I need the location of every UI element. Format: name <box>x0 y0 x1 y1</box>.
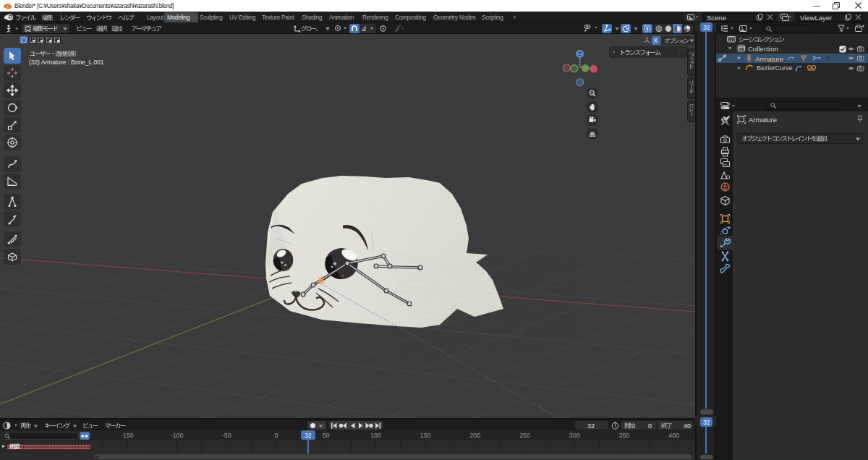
svg-text:Z: Z <box>578 51 582 56</box>
